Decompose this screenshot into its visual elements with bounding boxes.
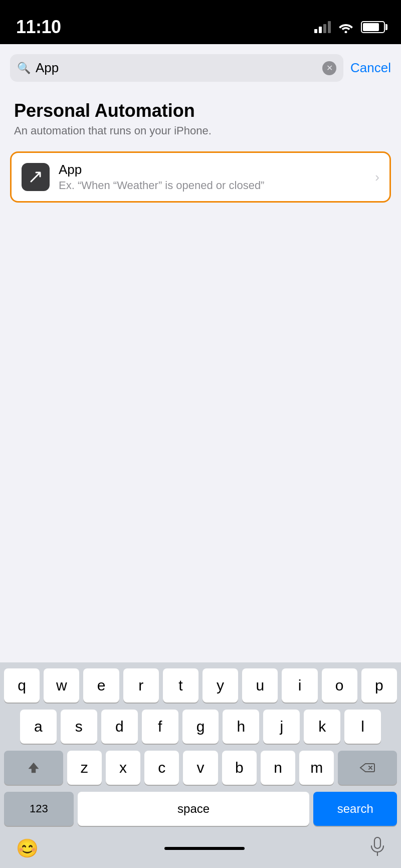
key-t[interactable]: t <box>163 668 198 703</box>
battery-icon <box>361 21 385 33</box>
key-i[interactable]: i <box>282 668 317 703</box>
key-x[interactable]: x <box>106 751 140 785</box>
shift-key[interactable] <box>4 751 63 785</box>
svg-point-0 <box>345 31 347 34</box>
keyboard-extras-row: 😊 <box>4 833 397 868</box>
keyboard-row-1: q w e r t y u i o p <box>4 668 397 703</box>
microphone-key[interactable] <box>370 837 385 860</box>
key-p[interactable]: p <box>361 668 397 703</box>
emoji-key[interactable]: 😊 <box>16 838 39 859</box>
keyboard-row-2: a s d f g h j k l <box>4 710 397 744</box>
search-input-container[interactable]: 🔍 ✕ <box>10 54 343 82</box>
app-icon-wrap <box>22 163 50 191</box>
key-r[interactable]: r <box>123 668 159 703</box>
key-h[interactable]: h <box>223 710 259 744</box>
key-n[interactable]: n <box>261 751 295 785</box>
key-z[interactable]: z <box>67 751 102 785</box>
key-w[interactable]: w <box>44 668 79 703</box>
search-input[interactable] <box>36 60 317 76</box>
result-description: Ex. “When “Weather” is opened or closed” <box>59 179 370 192</box>
status-bar: 11:10 <box>0 0 401 44</box>
section-title: Personal Automation <box>14 100 387 121</box>
main-content: 🔍 ✕ Cancel Personal Automation An automa… <box>0 44 401 868</box>
search-area: 🔍 ✕ Cancel <box>0 44 401 90</box>
search-glass-icon: 🔍 <box>17 62 31 75</box>
numbers-key[interactable]: 123 <box>4 792 74 826</box>
status-icons <box>314 21 385 33</box>
result-item-app[interactable]: App Ex. “When “Weather” is opened or clo… <box>10 151 391 203</box>
search-key[interactable]: search <box>313 792 397 826</box>
keyboard-row-3: z x c v b n m <box>4 751 397 785</box>
home-indicator <box>164 847 245 850</box>
key-y[interactable]: y <box>203 668 238 703</box>
section-subtitle: An automation that runs on your iPhone. <box>14 124 387 137</box>
chevron-right-icon: › <box>375 169 379 185</box>
key-v[interactable]: v <box>183 751 218 785</box>
key-m[interactable]: m <box>299 751 334 785</box>
result-list: App Ex. “When “Weather” is opened or clo… <box>10 151 391 203</box>
key-b[interactable]: b <box>222 751 257 785</box>
key-k[interactable]: k <box>304 710 340 744</box>
app-launch-icon <box>28 169 43 185</box>
space-key[interactable]: space <box>78 792 310 826</box>
key-a[interactable]: a <box>20 710 57 744</box>
key-u[interactable]: u <box>242 668 278 703</box>
key-f[interactable]: f <box>142 710 178 744</box>
key-j[interactable]: j <box>263 710 300 744</box>
result-text: App Ex. “When “Weather” is opened or clo… <box>59 162 370 192</box>
status-time: 11:10 <box>16 17 61 38</box>
key-l[interactable]: l <box>344 710 381 744</box>
key-q[interactable]: q <box>4 668 40 703</box>
key-g[interactable]: g <box>182 710 219 744</box>
key-s[interactable]: s <box>61 710 97 744</box>
keyboard: q w e r t y u i o p a s d f g h j k l <box>0 662 401 868</box>
cancel-button[interactable]: Cancel <box>350 60 391 76</box>
key-c[interactable]: c <box>144 751 179 785</box>
clear-search-button[interactable]: ✕ <box>322 61 336 75</box>
wifi-icon <box>338 21 354 33</box>
key-o[interactable]: o <box>322 668 357 703</box>
key-d[interactable]: d <box>101 710 138 744</box>
signal-icon <box>314 21 331 33</box>
keyboard-bottom-row: 123 space search <box>4 792 397 826</box>
section-header: Personal Automation An automation that r… <box>0 90 401 141</box>
result-name: App <box>59 162 370 178</box>
svg-rect-1 <box>374 837 380 848</box>
key-e[interactable]: e <box>83 668 119 703</box>
backspace-key[interactable] <box>338 751 397 785</box>
